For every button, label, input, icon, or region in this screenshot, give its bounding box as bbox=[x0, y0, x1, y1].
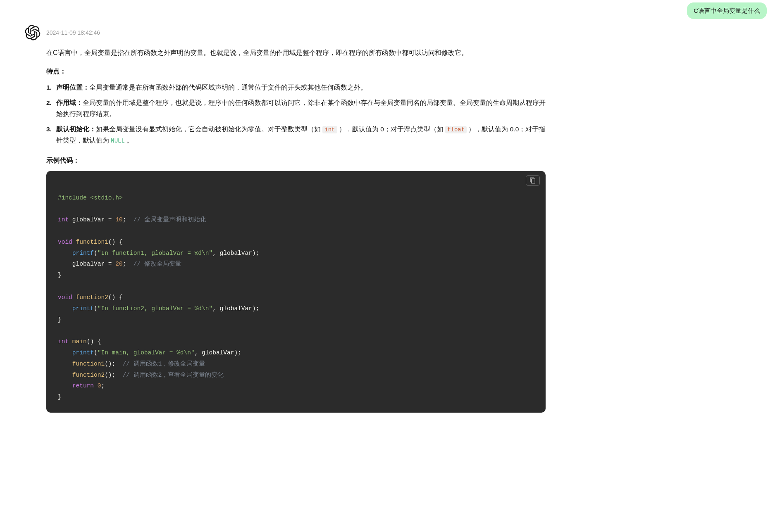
page-wrapper: C语言中全局变量是什么 2024-11-09 18:42:46 在C语言中，全局… bbox=[0, 0, 775, 532]
feature-num-3: 3. bbox=[46, 124, 54, 146]
feature-item-3: 3. 默认初始化：如果全局变量没有显式初始化，它会自动被初始化为零值。对于整数类… bbox=[46, 124, 546, 146]
feature-num-2: 2. bbox=[46, 97, 54, 119]
feature-list: 1. 声明位置：全局变量通常是在所有函数外部的代码区域声明的，通常位于文件的开头… bbox=[46, 82, 546, 146]
feature-text-1: 声明位置：全局变量通常是在所有函数外部的代码区域声明的，通常位于文件的开头或其他… bbox=[56, 82, 367, 93]
feature-text-2: 作用域：全局变量的作用域是整个程序，也就是说，程序中的任何函数都可以访问它，除非… bbox=[56, 97, 546, 119]
chatgpt-avatar bbox=[25, 25, 41, 40]
feature-num-1: 1. bbox=[46, 82, 54, 93]
question-text: C语言中全局变量是什么 bbox=[694, 7, 760, 14]
question-bubble: C语言中全局变量是什么 bbox=[687, 2, 767, 19]
response-body: 在C语言中，全局变量是指在所有函数之外声明的变量。也就是说，全局变量的作用域是整… bbox=[25, 47, 546, 413]
code-topbar bbox=[46, 171, 546, 188]
copy-button[interactable] bbox=[526, 175, 540, 186]
feature-text-3: 默认初始化：如果全局变量没有显式初始化，它会自动被初始化为零值。对于整数类型（如… bbox=[56, 124, 546, 146]
feature-item-2: 2. 作用域：全局变量的作用域是整个程序，也就是说，程序中的任何函数都可以访问它… bbox=[46, 97, 546, 119]
intro-text: 在C语言中，全局变量是指在所有函数之外声明的变量。也就是说，全局变量的作用域是整… bbox=[46, 47, 546, 59]
code-block-wrapper: #include <stdio.h> int globalVar = 10; /… bbox=[46, 171, 546, 413]
timestamp: 2024-11-09 18:42:46 bbox=[46, 28, 100, 37]
example-title: 示例代码： bbox=[46, 155, 546, 166]
feature-item-1: 1. 声明位置：全局变量通常是在所有函数外部的代码区域声明的，通常位于文件的开头… bbox=[46, 82, 546, 93]
content-area: 2024-11-09 18:42:46 在C语言中，全局变量是指在所有函数之外声… bbox=[0, 0, 570, 429]
code-content: #include <stdio.h> int globalVar = 10; /… bbox=[46, 188, 546, 413]
features-title: 特点： bbox=[46, 66, 546, 77]
copy-icon bbox=[529, 177, 536, 184]
message-header: 2024-11-09 18:42:46 bbox=[25, 25, 546, 40]
